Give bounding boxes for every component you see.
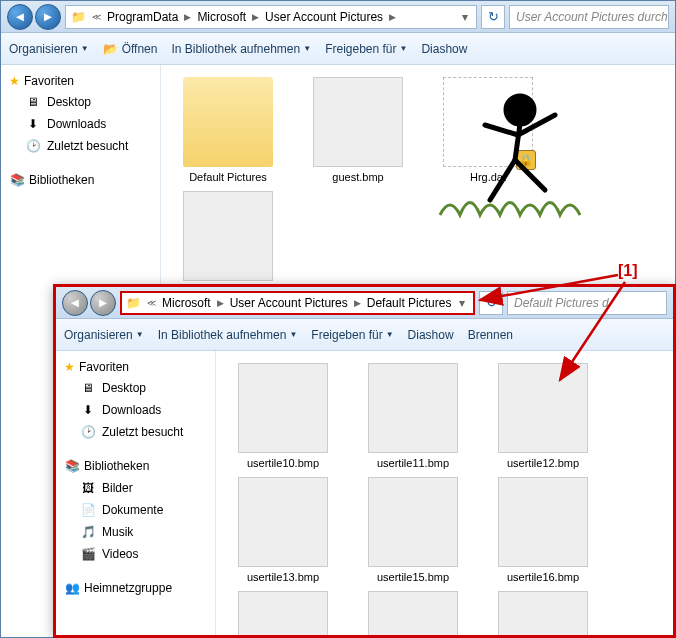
address-bar[interactable]: 📁 ≪ ProgramData ▶ Microsoft ▶ User Accou…	[65, 5, 477, 29]
folder-thumbnail	[183, 77, 273, 167]
breadcrumb-item[interactable]: User Account Pictures	[226, 296, 352, 310]
folder-icon: 📁	[70, 9, 86, 25]
item-label: usertile10.bmp	[247, 457, 319, 469]
file-thumbnail	[238, 477, 328, 567]
chevron-icon: ▶	[250, 12, 261, 22]
sidebar-item-music[interactable]: 🎵Musik	[60, 521, 211, 543]
toolbar: Organisieren▼ 📂Öffnen In Bibliothek aufn…	[1, 33, 675, 65]
desktop-icon: 🖥	[80, 380, 96, 396]
open-button[interactable]: 📂Öffnen	[103, 41, 158, 57]
file-item[interactable]: usertile15.bmp	[358, 477, 468, 583]
file-item[interactable]: usertile11.bmp	[358, 363, 468, 469]
folder-icon: 📁	[126, 295, 141, 311]
titlebar: ◄ ► 📁 ≪ Microsoft ▶ User Account Picture…	[56, 287, 673, 319]
address-bar[interactable]: 📁 ≪ Microsoft ▶ User Account Pictures ▶ …	[120, 291, 475, 315]
file-thumbnail	[183, 191, 273, 281]
breadcrumb-item[interactable]: Microsoft	[158, 296, 215, 310]
chevron-icon: ≪	[145, 298, 158, 308]
nav-forward-button[interactable]: ►	[35, 4, 61, 30]
organize-button[interactable]: Organisieren▼	[64, 328, 144, 342]
nav-back-button[interactable]: ◄	[7, 4, 33, 30]
lock-icon: 🔒	[516, 150, 536, 170]
breadcrumb-item[interactable]: ProgramData	[103, 10, 182, 24]
sidebar-item-downloads[interactable]: ⬇Downloads	[5, 113, 156, 135]
file-item[interactable]: usertile18.bmp	[358, 591, 468, 635]
refresh-button[interactable]: ↻	[479, 291, 503, 315]
sidebar-item-recent[interactable]: 🕑Zuletzt besucht	[60, 421, 211, 443]
sidebar-favorites-header[interactable]: ★Favoriten	[60, 357, 211, 377]
videos-icon: 🎬	[80, 546, 96, 562]
sidebar-item-desktop[interactable]: 🖥Desktop	[5, 91, 156, 113]
titlebar: ◄ ► 📁 ≪ ProgramData ▶ Microsoft ▶ User A…	[1, 1, 675, 33]
file-item[interactable]: usertile13.bmp	[228, 477, 338, 583]
chevron-icon: ▶	[215, 298, 226, 308]
toolbar: Organisieren▼ In Bibliothek aufnehmen▼ F…	[56, 319, 673, 351]
sidebar-item-documents[interactable]: 📄Dokumente	[60, 499, 211, 521]
chevron-icon: ≪	[90, 12, 103, 22]
library-button[interactable]: In Bibliothek aufnehmen▼	[158, 328, 298, 342]
nav-back-button[interactable]: ◄	[62, 290, 88, 316]
file-item[interactable]: usertile12.bmp	[488, 363, 598, 469]
search-input[interactable]: User Account Pictures durch	[509, 5, 669, 29]
share-button[interactable]: Freigeben für▼	[325, 42, 407, 56]
downloads-icon: ⬇	[25, 116, 41, 132]
address-dropdown[interactable]: ▾	[458, 10, 472, 24]
breadcrumb-item[interactable]: User Account Pictures	[261, 10, 387, 24]
chevron-icon: ▶	[352, 298, 363, 308]
file-item[interactable]: user.bmp	[173, 191, 283, 297]
slideshow-button[interactable]: Diashow	[408, 328, 454, 342]
item-label: usertile11.bmp	[377, 457, 449, 469]
libraries-icon: 📚	[9, 172, 25, 188]
sidebar-item-videos[interactable]: 🎬Videos	[60, 543, 211, 565]
library-button[interactable]: In Bibliothek aufnehmen▼	[171, 42, 311, 56]
slideshow-button[interactable]: Diashow	[421, 42, 467, 56]
file-thumbnail	[368, 477, 458, 567]
address-dropdown[interactable]: ▾	[455, 296, 469, 310]
breadcrumb-item[interactable]: Microsoft	[193, 10, 250, 24]
search-input[interactable]: Default Pictures d	[507, 291, 667, 315]
file-thumbnail	[368, 591, 458, 635]
sidebar-libraries-header[interactable]: 📚Bibliotheken	[5, 169, 156, 191]
star-icon: ★	[9, 74, 20, 88]
file-thumbnail	[368, 363, 458, 453]
file-item[interactable]	[488, 591, 598, 635]
organize-button[interactable]: Organisieren▼	[9, 42, 89, 56]
recent-icon: 🕑	[80, 424, 96, 440]
homegroup-icon: 👥	[64, 580, 80, 596]
chevron-icon: ▶	[387, 12, 398, 22]
sidebar-item-recent[interactable]: 🕑Zuletzt besucht	[5, 135, 156, 157]
item-label: guest.bmp	[332, 171, 383, 183]
file-thumbnail	[498, 477, 588, 567]
music-icon: 🎵	[80, 524, 96, 540]
item-label: usertile12.bmp	[507, 457, 579, 469]
sidebar-item-downloads[interactable]: ⬇Downloads	[60, 399, 211, 421]
file-thumbnail: 🔒	[443, 77, 533, 167]
sidebar-item-desktop[interactable]: 🖥Desktop	[60, 377, 211, 399]
desktop-icon: 🖥	[25, 94, 41, 110]
content-pane: usertile10.bmpusertile11.bmpusertile12.b…	[216, 351, 673, 635]
chevron-icon: ▶	[182, 12, 193, 22]
breadcrumb-item[interactable]: Default Pictures	[363, 296, 456, 310]
file-thumbnail	[498, 363, 588, 453]
share-button[interactable]: Freigeben für▼	[311, 328, 393, 342]
file-item[interactable]: guest.bmp	[303, 77, 413, 183]
nav-forward-button[interactable]: ►	[90, 290, 116, 316]
libraries-icon: 📚	[64, 458, 80, 474]
sidebar-homegroup-header[interactable]: 👥Heimnetzgruppe	[60, 577, 211, 599]
sidebar-item-pictures[interactable]: 🖼Bilder	[60, 477, 211, 499]
file-item[interactable]: usertile10.bmp	[228, 363, 338, 469]
file-item[interactable]: 🔒 Hrg.dat	[433, 77, 543, 183]
sidebar-favorites-header[interactable]: ★Favoriten	[5, 71, 156, 91]
burn-button[interactable]: Brennen	[468, 328, 513, 342]
file-thumbnail	[238, 591, 328, 635]
item-label: Hrg.dat	[470, 171, 506, 183]
refresh-button[interactable]: ↻	[481, 5, 505, 29]
recent-icon: 🕑	[25, 138, 41, 154]
sidebar: ★Favoriten 🖥Desktop ⬇Downloads 🕑Zuletzt …	[56, 351, 216, 635]
file-thumbnail	[238, 363, 328, 453]
item-label: usertile13.bmp	[247, 571, 319, 583]
file-item[interactable]: usertile16.bmp	[488, 477, 598, 583]
sidebar-libraries-header[interactable]: 📚Bibliotheken	[60, 455, 211, 477]
file-item[interactable]: usertile17.bmp	[228, 591, 338, 635]
folder-item[interactable]: Default Pictures	[173, 77, 283, 183]
